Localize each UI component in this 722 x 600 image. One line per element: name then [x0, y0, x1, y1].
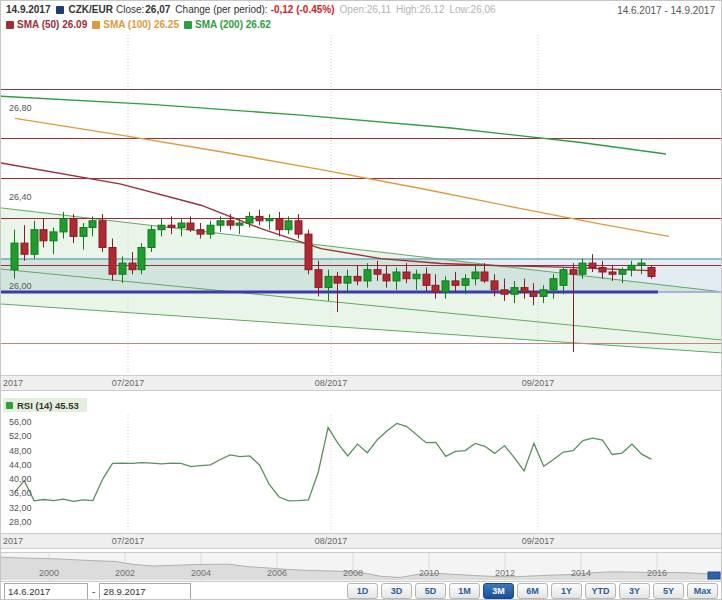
- nav-year-label: 2008: [343, 568, 363, 578]
- rsi-chart[interactable]: 56,0052,0048,0044,0040,0036,0032,0028,00: [9, 415, 652, 531]
- nav-year-label: 2004: [191, 568, 211, 578]
- range-button-5d[interactable]: 5D: [415, 583, 446, 599]
- rsi-axis-label: 40,00: [9, 474, 32, 484]
- candle-body: [452, 281, 459, 285]
- candle-body: [638, 263, 645, 265]
- candle-body: [266, 219, 273, 221]
- visible-range-label: 14.6.2017 - 14.9.2017: [617, 5, 715, 16]
- change-value: -0,12 (-0.45%): [271, 4, 335, 15]
- candle-body: [50, 232, 57, 241]
- nav-year-label: 2002: [115, 568, 135, 578]
- range-button-5y[interactable]: 5Y: [653, 583, 684, 599]
- candle-body: [334, 276, 341, 283]
- charts-canvas[interactable]: 26,8026,4026,0056,0052,0048,0044,0040,00…: [1, 1, 722, 600]
- range-button-1m[interactable]: 1M: [449, 583, 480, 599]
- symbol-label: CZK/EUR: [69, 4, 113, 15]
- candle-body: [11, 243, 18, 270]
- sma-color-icon: [92, 21, 100, 29]
- main-price-chart[interactable]: 26,8026,4026,00: [1, 35, 722, 374]
- candle-body: [305, 234, 312, 270]
- candle-body: [364, 270, 371, 281]
- rsi-axis-label: 28,00: [9, 517, 32, 527]
- price-axis-label: 26,80: [9, 103, 32, 113]
- date-range-separator: -: [92, 586, 95, 597]
- candle-body: [60, 219, 67, 232]
- sma-legend-text: SMA (200) 26.62: [195, 19, 271, 30]
- candle-body: [168, 225, 175, 227]
- candle-body: [295, 221, 302, 234]
- candle-body: [374, 270, 381, 275]
- candle-body: [648, 268, 655, 277]
- sma200-line: [1, 96, 666, 154]
- candle-body: [432, 285, 439, 292]
- change-label: Change (per period):: [175, 4, 267, 15]
- range-button-ytd[interactable]: YTD: [585, 583, 616, 599]
- candle-body: [579, 263, 586, 274]
- candle-body: [89, 221, 96, 228]
- sma-legend-item: SMA (100) 26.25: [92, 19, 179, 30]
- range-button-max[interactable]: Max: [687, 583, 718, 599]
- sma-legend-item: SMA (200) 26.62: [184, 19, 271, 30]
- range-button-3y[interactable]: 3Y: [619, 583, 650, 599]
- candle-body: [246, 216, 253, 223]
- candle-body: [609, 272, 616, 274]
- open-value: Open:26,11: [340, 4, 392, 15]
- symbol-color-icon: [56, 6, 64, 14]
- close-label: Close:: [116, 4, 144, 15]
- candle-body: [354, 276, 361, 281]
- candle-body: [276, 219, 283, 230]
- candle-body: [138, 248, 145, 270]
- sma-color-icon: [6, 21, 14, 29]
- candle-body: [315, 270, 322, 288]
- candle-body: [109, 248, 116, 275]
- candle-body: [462, 279, 469, 286]
- nav-year-label: 2014: [571, 568, 591, 578]
- candle-body: [70, 219, 77, 237]
- candle-body: [148, 230, 155, 248]
- candle-body: [256, 216, 263, 220]
- rsi-color-icon: [6, 402, 13, 409]
- candle-body: [560, 270, 567, 286]
- rsi-axis-label: 44,00: [9, 460, 32, 470]
- candle-body: [511, 288, 518, 295]
- date-from-input[interactable]: [4, 583, 88, 600]
- range-button-3d[interactable]: 3D: [381, 583, 412, 599]
- nav-year-label: 2012: [495, 568, 515, 578]
- candle-body: [187, 223, 194, 230]
- candle-body: [589, 263, 596, 267]
- candle-body: [442, 281, 449, 292]
- candle-body: [501, 290, 508, 294]
- candle-body: [423, 274, 430, 285]
- close-value: 26,07: [145, 4, 170, 15]
- candle-body: [80, 228, 87, 237]
- price-axis-label: 26,40: [9, 192, 32, 202]
- rsi-line: [15, 423, 652, 501]
- nav-year-label: 2006: [267, 568, 287, 578]
- navigator-chart[interactable]: 200020022004200620082010201220142016: [1, 553, 722, 581]
- candle-body: [129, 263, 136, 270]
- candle-body: [344, 276, 351, 283]
- sma-legend-text: SMA (50) 26.09: [17, 19, 87, 30]
- candle-body: [472, 272, 479, 279]
- sma-color-icon: [184, 21, 192, 29]
- range-button-1d[interactable]: 1D: [347, 583, 378, 599]
- rsi-axis-label: 48,00: [9, 446, 32, 456]
- candle-body: [599, 268, 606, 273]
- candle-body: [197, 230, 204, 234]
- sma-legend-text: SMA (100) 26.25: [103, 19, 179, 30]
- range-button-3m[interactable]: 3M: [483, 583, 514, 599]
- date-to-input[interactable]: [99, 583, 191, 600]
- rsi-axis-label: 52,00: [9, 431, 32, 441]
- nav-selection-handle[interactable]: [708, 572, 720, 579]
- high-value: High:26,12: [396, 4, 444, 15]
- range-button-6m[interactable]: 6M: [517, 583, 548, 599]
- price-axis-label: 26,00: [9, 281, 32, 291]
- candle-body: [403, 272, 410, 279]
- candle-body: [99, 221, 106, 248]
- candle-body: [570, 270, 577, 275]
- candle-body: [285, 221, 292, 230]
- candle-body: [393, 272, 400, 281]
- candle-body: [550, 279, 557, 290]
- candle-body: [540, 290, 547, 297]
- range-button-1y[interactable]: 1Y: [551, 583, 582, 599]
